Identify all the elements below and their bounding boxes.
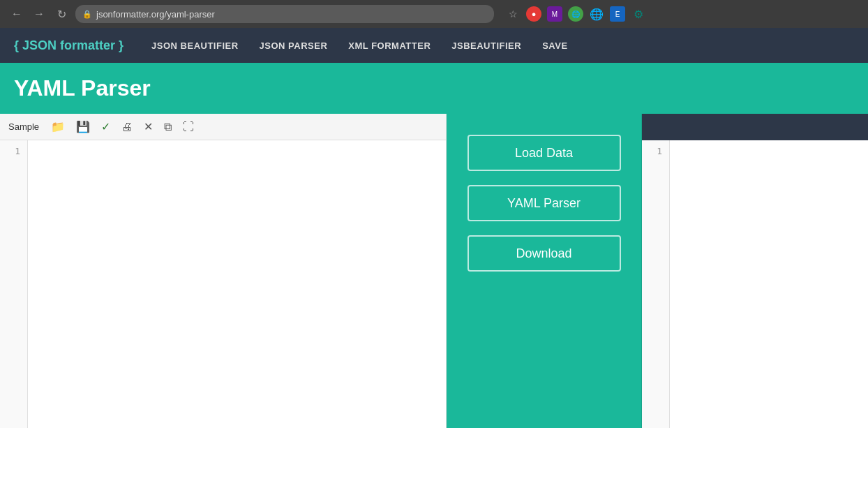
logo-suffix: formatter } [60,38,124,52]
editor-panel: Sample 📁 💾 ✓ 🖨 ✕ ⧉ ⛶ 1 [0,114,447,428]
sample-label: Sample [8,121,39,132]
back-button[interactable]: ← [8,6,25,22]
download-button[interactable]: Download [467,235,621,272]
main-nav: JSON BEAUTIFIER JSON PARSER XML FORMATTE… [151,40,568,51]
ext-icon-3[interactable]: 🌐 [568,6,583,22]
copy-icon[interactable]: ⧉ [162,119,174,135]
browser-chrome: ← → ↻ 🔒 jsonformatter.org/yaml-parser ☆ … [0,0,868,28]
clear-icon[interactable]: ✕ [142,119,155,135]
logo[interactable]: { JSON formatter } [14,38,124,53]
line-number-1: 1 [7,146,20,156]
load-data-button[interactable]: Load Data [467,135,621,171]
output-area: 1 [642,140,868,428]
output-line-numbers: 1 [642,140,670,428]
ext-icon-6[interactable]: ⚙ [631,6,646,22]
nav-jsbeautifier[interactable]: JSBEAUTIFIER [451,40,521,51]
forward-button[interactable]: → [31,6,47,22]
ext-icon-2[interactable]: M [547,6,562,22]
editor-toolbar: Sample 📁 💾 ✓ 🖨 ✕ ⧉ ⛶ [0,114,446,140]
editor-line-numbers: 1 [0,140,28,428]
page-title: YAML Parser [14,75,854,101]
page-title-bar: YAML Parser [0,63,868,114]
reload-button[interactable]: ↻ [53,6,70,22]
ext-icon-5[interactable]: E [610,6,625,22]
output-panel: 1 [642,114,868,428]
yaml-input[interactable] [28,140,446,428]
yaml-parser-button[interactable]: YAML Parser [467,185,621,221]
print-icon[interactable]: 🖨 [119,119,135,135]
site-header: { JSON formatter } JSON BEAUTIFIER JSON … [0,28,868,63]
logo-prefix: { JSON [14,38,60,52]
url-text: jsonformatter.org/yaml-parser [96,9,215,20]
open-file-icon[interactable]: 📁 [49,119,67,135]
action-panel: Load Data YAML Parser Download [447,114,642,428]
secure-icon: 🔒 [82,10,92,19]
nav-xml-formatter[interactable]: XML FORMATTER [348,40,431,51]
bookmark-icon[interactable]: ☆ [505,6,521,22]
nav-save[interactable]: SAVE [542,40,567,51]
fullscreen-icon[interactable]: ⛶ [181,119,196,135]
output-toolbar [642,114,868,140]
nav-json-beautifier[interactable]: JSON BEAUTIFIER [151,40,239,51]
address-bar[interactable]: 🔒 jsonformatter.org/yaml-parser [75,5,494,23]
output-line-number-1: 1 [649,146,662,156]
ext-icon-4[interactable]: 🌐 [589,6,604,22]
output-content [670,140,868,428]
browser-actions: ☆ ● M 🌐 🌐 E ⚙ [505,6,646,22]
save-icon[interactable]: 💾 [74,119,92,135]
ext-icon-1[interactable]: ● [526,6,541,22]
editor-area: 1 [0,140,446,428]
nav-json-parser[interactable]: JSON PARSER [260,40,328,51]
main-content: Sample 📁 💾 ✓ 🖨 ✕ ⧉ ⛶ 1 Load Data YAML Pa… [0,114,868,428]
validate-icon[interactable]: ✓ [99,119,112,135]
